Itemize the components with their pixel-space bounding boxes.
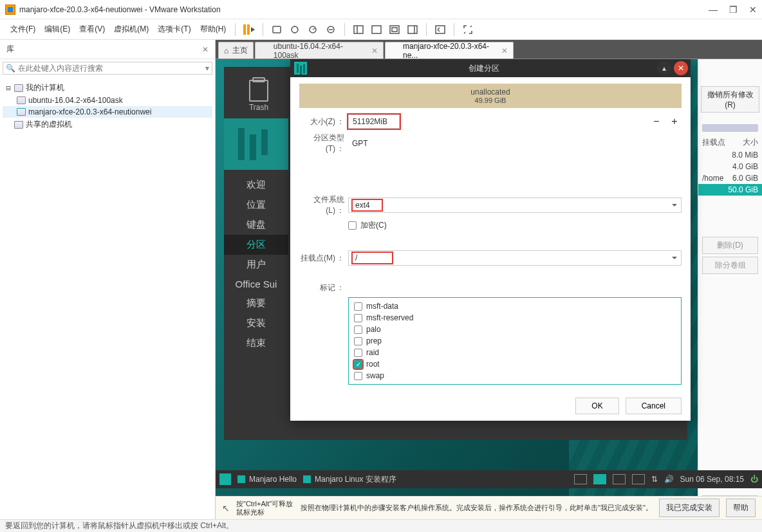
side-location[interactable]: 位置 xyxy=(224,195,288,215)
unallocated-bar: unallocated 49.99 GiB xyxy=(299,84,682,108)
vm-icon xyxy=(391,46,399,55)
dialog-close-button[interactable]: ✕ xyxy=(674,61,688,75)
snapshot-manager-icon[interactable] xyxy=(306,23,320,37)
size-label: 大小(Z)： xyxy=(299,116,344,127)
help-button[interactable]: 帮助 xyxy=(726,499,756,517)
side-partition[interactable]: 分区 xyxy=(224,235,288,255)
network-icon[interactable]: ⇅ xyxy=(651,475,658,484)
volume-icon[interactable]: 🔊 xyxy=(664,475,674,484)
tab-home[interactable]: ⌂主页 xyxy=(218,42,254,59)
view-console-icon[interactable] xyxy=(405,23,420,37)
window-title: manjaro-xfce-20.0.3-x64-neutionwei - VMw… xyxy=(19,5,709,14)
remove-vg-button[interactable]: 除分卷组 xyxy=(702,257,758,274)
clock[interactable]: Sun 06 Sep, 08:15 xyxy=(680,475,744,484)
start-menu-icon[interactable] xyxy=(219,473,231,485)
flag-palo[interactable]: palo xyxy=(349,324,681,335)
dialog-shade-button[interactable]: ▴ xyxy=(657,61,671,75)
release-cursor-hint: 按"Ctrl+Alt"可释放鼠标光标 xyxy=(236,500,294,517)
side-welcome[interactable]: 欢迎 xyxy=(224,175,288,195)
vm-icon xyxy=(261,46,270,55)
partition-row[interactable]: 8.0 MiB xyxy=(698,149,762,161)
partition-row-selected[interactable]: 50.0 GiB xyxy=(698,184,762,196)
maximize-button[interactable]: ❐ xyxy=(729,5,738,15)
tab-close-icon[interactable]: ✕ xyxy=(371,46,378,55)
workspace-4[interactable] xyxy=(632,474,645,484)
undo-all-button[interactable]: 撤销所有修改(R) xyxy=(701,86,759,113)
encrypt-checkbox[interactable] xyxy=(348,221,357,230)
size-input[interactable]: 51192MiB xyxy=(348,115,400,129)
snapshot-icon[interactable] xyxy=(288,23,302,37)
console-view-icon[interactable] xyxy=(433,23,447,37)
taskbar-app-installer[interactable]: Manjaro Linux 安装程序 xyxy=(303,474,396,485)
guest-taskbar: Manjaro Hello Manjaro Linux 安装程序 ⇅ 🔊 Sun… xyxy=(216,470,762,488)
view-split-icon[interactable] xyxy=(351,23,366,37)
tab-manjaro[interactable]: manjaro-xfce-20.0.3-x64-ne...✕ xyxy=(385,42,514,59)
flag-swap[interactable]: swap xyxy=(349,370,681,381)
revert-snapshot-icon[interactable] xyxy=(324,23,338,37)
close-button[interactable]: ✕ xyxy=(749,5,757,15)
svg-rect-4 xyxy=(354,26,363,33)
menu-file[interactable]: 文件(F) xyxy=(6,21,39,37)
side-user[interactable]: 用户 xyxy=(224,255,288,275)
install-done-button[interactable]: 我已完成安装 xyxy=(659,499,720,517)
svg-rect-9 xyxy=(408,26,417,33)
size-decrement-button[interactable]: − xyxy=(649,115,664,129)
desktop-trash-icon[interactable]: Trash xyxy=(242,80,275,112)
partition-row[interactable]: 4.0 GiB xyxy=(698,161,762,172)
partition-row[interactable]: /home6.0 GiB xyxy=(698,172,762,184)
fullscreen-icon[interactable] xyxy=(461,23,475,37)
send-ctrlaltdel-icon[interactable] xyxy=(270,23,284,37)
minimize-button[interactable]: — xyxy=(709,5,718,15)
pause-button[interactable] xyxy=(242,23,256,37)
flag-raid[interactable]: raid xyxy=(349,347,681,358)
svg-rect-0 xyxy=(273,26,281,33)
view-unity-icon[interactable] xyxy=(387,23,402,37)
mount-select[interactable]: / xyxy=(348,250,682,266)
svg-rect-8 xyxy=(392,28,397,32)
side-summary[interactable]: 摘要 xyxy=(224,293,288,313)
dropdown-icon[interactable]: ▾ xyxy=(205,64,209,73)
tab-ubuntu[interactable]: ubuntu-16.04.2-x64-100ask✕ xyxy=(255,42,384,59)
side-keyboard[interactable]: 键盘 xyxy=(224,215,288,235)
delete-button[interactable]: 删除(D) xyxy=(702,237,758,254)
tree-vm-ubuntu[interactable]: ubuntu-16.04.2-x64-100ask xyxy=(3,95,212,106)
tree-shared-vms[interactable]: 共享的虚拟机 xyxy=(3,118,212,131)
flag-msft-data[interactable]: msft-data xyxy=(349,300,681,312)
menu-tabs[interactable]: 选项卡(T) xyxy=(154,21,194,37)
workspace-2[interactable] xyxy=(593,474,606,484)
manjaro-logo-icon xyxy=(224,118,288,170)
library-search[interactable]: 🔍 ▾ xyxy=(3,62,212,75)
side-office[interactable]: Office Sui xyxy=(224,275,288,293)
menu-edit[interactable]: 编辑(E) xyxy=(41,21,74,37)
home-icon: ⌂ xyxy=(224,46,228,55)
filesystem-select[interactable]: ext4 xyxy=(348,197,682,213)
workspace-3[interactable] xyxy=(613,474,626,484)
library-close-icon[interactable]: ✕ xyxy=(202,45,209,54)
view-single-icon[interactable] xyxy=(369,23,384,37)
vm-display[interactable]: Trash 欢迎 位置 键盘 分区 用户 Office Sui 摘要 安装 结束… xyxy=(216,59,762,519)
library-title: 库 xyxy=(6,44,14,55)
tree-vm-manjaro[interactable]: manjaro-xfce-20.0.3-x64-neutionwei xyxy=(3,106,212,118)
vmware-icon xyxy=(5,5,15,15)
menu-view[interactable]: 查看(V) xyxy=(75,21,109,37)
tab-close-icon[interactable]: ✕ xyxy=(501,46,508,55)
menu-vm[interactable]: 虚拟机(M) xyxy=(110,21,153,37)
side-finish[interactable]: 结束 xyxy=(224,333,288,353)
dialog-cancel-button[interactable]: Cancel xyxy=(626,398,682,414)
dialog-ok-button[interactable]: OK xyxy=(575,398,618,414)
menu-help[interactable]: 帮助(H) xyxy=(196,21,230,37)
svg-rect-6 xyxy=(372,26,381,33)
workspace-1[interactable] xyxy=(574,474,587,484)
flag-prep[interactable]: prep xyxy=(349,335,681,347)
dialog-title: 创建分区 xyxy=(311,63,657,74)
size-increment-button[interactable]: + xyxy=(667,115,682,129)
library-search-input[interactable] xyxy=(18,64,203,73)
tree-root-my-computer[interactable]: ⊟我的计算机 xyxy=(3,81,212,95)
side-install[interactable]: 安装 xyxy=(224,313,288,333)
taskbar-app-hello[interactable]: Manjaro Hello xyxy=(237,475,297,484)
power-icon[interactable]: ⏻ xyxy=(750,475,758,484)
flag-root[interactable]: ✓root xyxy=(349,358,681,370)
flag-msft-reserved[interactable]: msft-reserved xyxy=(349,312,681,324)
chevron-down-icon xyxy=(672,204,677,209)
search-icon: 🔍 xyxy=(6,64,15,73)
